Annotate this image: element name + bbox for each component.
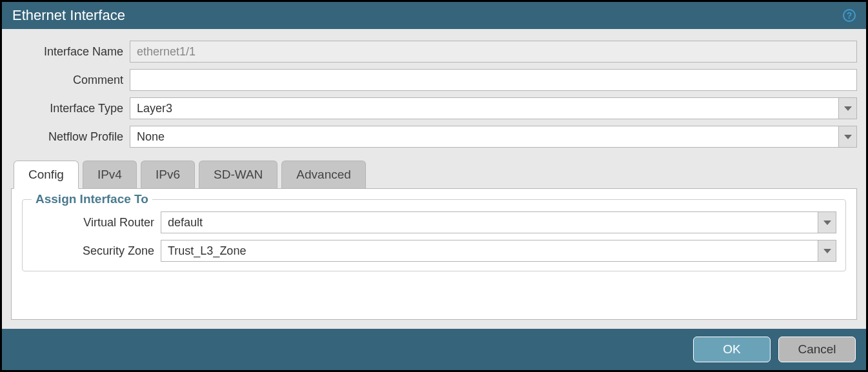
row-virtual-router: Virtual Router default [32,211,836,233]
footer: OK Cancel [2,329,866,370]
dialog-title: Ethernet Interface [12,7,125,24]
cancel-button[interactable]: Cancel [778,337,856,362]
chevron-down-icon [844,135,852,139]
tab-advanced[interactable]: Advanced [281,161,366,188]
chevron-down-icon [823,249,831,253]
tab-ipv6[interactable]: IPv6 [141,161,195,188]
label-netflow-profile: Netflow Profile [11,130,130,144]
interface-type-select[interactable]: Layer3 [130,97,857,119]
chevron-down-icon [844,106,852,111]
fieldset-assign-interface: Assign Interface To Virtual Router defau… [22,199,846,271]
netflow-profile-value: None [130,130,838,144]
label-comment: Comment [11,73,130,87]
form-top: Interface Name Comment Interface Type La… [11,38,857,161]
chevron-down-icon [823,220,831,225]
tabs: Config IPv4 IPv6 SD-WAN Advanced [11,161,857,188]
tab-sdwan[interactable]: SD-WAN [199,161,278,188]
interface-type-dropdown-btn[interactable] [838,98,856,119]
row-interface-name: Interface Name [11,41,857,63]
netflow-profile-dropdown-btn[interactable] [838,126,856,147]
security-zone-select[interactable]: Trust_L3_Zone [161,240,836,262]
virtual-router-select[interactable]: default [161,211,836,233]
ok-button[interactable]: OK [693,337,771,362]
virtual-router-dropdown-btn[interactable] [818,212,836,233]
row-comment: Comment [11,69,857,91]
tab-config[interactable]: Config [14,161,79,189]
label-interface-name: Interface Name [11,45,130,59]
row-security-zone: Security Zone Trust_L3_Zone [32,240,836,262]
virtual-router-value: default [161,216,818,230]
security-zone-dropdown-btn[interactable] [818,240,836,261]
security-zone-value: Trust_L3_Zone [161,244,818,258]
tab-ipv4[interactable]: IPv4 [83,161,137,188]
label-security-zone: Security Zone [32,244,161,258]
content-area: Interface Name Comment Interface Type La… [2,29,866,329]
title-bar: Ethernet Interface ? [2,2,866,29]
interface-name-input[interactable] [130,41,857,63]
interface-type-value: Layer3 [130,102,838,115]
help-icon[interactable]: ? [843,9,856,22]
row-netflow-profile: Netflow Profile None [11,126,857,148]
fieldset-legend: Assign Interface To [32,192,152,206]
label-interface-type: Interface Type [11,102,130,115]
label-virtual-router: Virtual Router [32,216,161,230]
row-interface-type: Interface Type Layer3 [11,97,857,119]
tab-content-config: Assign Interface To Virtual Router defau… [11,188,857,320]
ethernet-interface-dialog: Ethernet Interface ? Interface Name Comm… [2,2,866,370]
netflow-profile-select[interactable]: None [130,126,857,148]
comment-input[interactable] [130,69,857,91]
